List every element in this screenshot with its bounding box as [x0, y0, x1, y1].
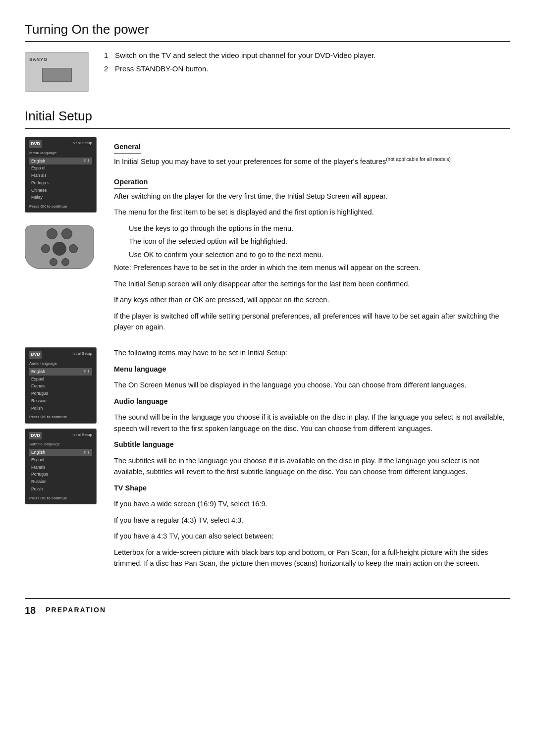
dvd-audio-footer: Press OK to continue [29, 414, 92, 420]
tv-shape-label: TV Shape [114, 483, 510, 493]
dvd-menu-title: Initial Setup [71, 140, 92, 148]
remote-btn-left [41, 244, 50, 253]
remote-btn-bot-left [50, 258, 57, 266]
operation-note-3: If any keys other than or OK are pressed… [114, 294, 510, 305]
dvd-subtitle-screen: DVD Initial Setup Subtitle language Engl… [25, 429, 97, 504]
dvd-subtitle-footer: Press OK to continue [29, 495, 92, 501]
tv-shape-also: If you have a 4:3 TV, you can also selec… [114, 531, 510, 541]
two-dvd-screens: DVD Initial Setup Audio language English… [25, 347, 99, 574]
operation-section: Operation After switching on the player … [114, 172, 510, 332]
remote-control-area [25, 225, 99, 269]
dvd-audio-label: Audio language [29, 361, 92, 367]
dvd-subtitle-list: English ⬆⬇ Espaol Franais Portugus Russi… [29, 449, 92, 493]
device-screen [42, 68, 72, 82]
dvd-subtitle-item-francais: Franais [29, 464, 92, 471]
items-list-intro: The following items may have to be set i… [114, 347, 510, 358]
dvd-subtitle-item-polish: Polish [29, 486, 92, 493]
dvd-menu-item-english: English ⬆⬇ [29, 158, 92, 165]
dvd-menu-item-espanol: Espa ol [29, 164, 92, 172]
operation-note-2: The Initial Setup screen will only disap… [114, 278, 510, 289]
dvd-audio-item-polish: Polish [29, 405, 92, 412]
device-image: SANYO [25, 52, 89, 92]
general-sub-heading: General [114, 142, 141, 154]
menu-arrow: ⬆⬇ [83, 158, 90, 164]
remote-btn-top-right [61, 228, 72, 239]
page-footer: 18 PREPARATION [25, 598, 510, 618]
dvd-menu-item-francais: Fran ais [29, 172, 92, 179]
dvd-audio-item-francais: Franais [29, 382, 92, 390]
subtitle-language-label: Subtitle language [114, 439, 510, 450]
dvd-menu-item-portugues: Portugu s [29, 179, 92, 187]
dvd-menu-header: DVD Initial Setup [29, 140, 92, 148]
dvd-menu-list: English ⬆⬇ Espa ol Fran ais Portugu s Ch… [29, 158, 92, 202]
page-number: 18 [25, 603, 36, 618]
general-text: In Initial Setup you may have to set you… [114, 156, 510, 167]
dvd-subtitle-title: Initial Setup [71, 432, 92, 440]
dvd-subtitle-item-russian: Russian [29, 478, 92, 486]
operation-para-3: The icon of the selected option will be … [114, 236, 510, 247]
menu-language-label: Menu language [114, 364, 510, 375]
right-column: General In Initial Setup you may have to… [114, 137, 510, 337]
operation-para-2: Use the keys to go through the options i… [114, 223, 510, 234]
dvd-menu-screen: DVD Initial Setup Menu language English … [25, 137, 97, 213]
operation-para-4: Use OK to confirm your selection and to … [114, 249, 510, 260]
operation-sub-heading: Operation [114, 177, 148, 189]
subtitle-arrow: ⬆⬇ [83, 450, 90, 456]
remote-btn-top-left [47, 228, 57, 239]
tv-shape-169: If you have a wide screen (16:9) TV, sel… [114, 498, 510, 509]
dvd-audio-item-espanol: Espaol [29, 376, 92, 383]
remote-buttons [41, 228, 78, 266]
dvd-subtitle-header: DVD Initial Setup [29, 432, 92, 440]
initial-setup-heading: Initial Setup [25, 107, 510, 129]
tv-shape-letterbox: Letterbox for a wide-screen picture with… [114, 547, 510, 569]
tv-shape-43: If you have a regular (4:3) TV, select 4… [114, 515, 510, 526]
remote-btn-ok [53, 242, 66, 256]
dvd-audio-screen: DVD Initial Setup Audio language English… [25, 347, 97, 423]
dvd-menu-item-malay: Malay [29, 194, 92, 201]
dvd-screens-and-text: DVD Initial Setup Audio language English… [25, 347, 510, 574]
dvd-audio-header: DVD Initial Setup [29, 351, 92, 359]
dvd-subtitle-logo: DVD [29, 432, 42, 440]
dvd-logo: DVD [29, 140, 42, 148]
left-column: DVD Initial Setup Menu language English … [25, 137, 99, 337]
dvd-subtitle-label: Subtitle language [29, 441, 92, 447]
menu-language-desc: The On Screen Menus will be displayed in… [114, 379, 510, 390]
dvd-audio-item-portugues: Portugus [29, 390, 92, 397]
section-turning-on: Turning On the power SANYO 1 Switch on t… [25, 20, 510, 92]
dvd-subtitle-item-portugues: Portugus [29, 471, 92, 478]
operation-para-0: After switching on the player for the ve… [114, 191, 510, 202]
general-section: General In Initial Setup you may have to… [114, 137, 510, 167]
device-label-text: SANYO [29, 56, 48, 63]
remote-control-image [25, 225, 94, 269]
dvd-audio-title: Initial Setup [71, 351, 92, 359]
turning-heading: Turning On the power [25, 20, 510, 42]
remote-btn-right [69, 244, 78, 253]
audio-language-desc: The sound will be in the language you ch… [114, 412, 510, 434]
remote-mid-row [41, 242, 78, 256]
turning-text: 1 Switch on the TV and select the video … [104, 50, 510, 92]
turning-content: SANYO 1 Switch on the TV and select the … [25, 50, 510, 92]
steps-list: 1 Switch on the TV and select the video … [104, 50, 510, 74]
audio-language-label: Audio language [114, 396, 510, 407]
dvd-menu-footer: Press OK to continue [29, 204, 92, 209]
step-2: 2 Press STANDBY-ON button. [104, 63, 510, 75]
remote-top-buttons [47, 228, 72, 239]
operation-note-4: If the player is switched off while sett… [114, 311, 510, 333]
section-label: PREPARATION [46, 605, 106, 615]
subtitle-language-desc: The subtitles will be in the language yo… [114, 455, 510, 478]
dvd-audio-item-russian: Russian [29, 397, 92, 405]
audio-arrow: ⬆⬇ [83, 369, 90, 375]
dvd-audio-list: English ⬆⬇ Espaol Franais Portugus Russi… [29, 368, 92, 412]
page-layout: Turning On the power SANYO 1 Switch on t… [25, 20, 510, 618]
operation-para-1: The menu for the first item to be set is… [114, 207, 510, 217]
dvd-menu-label: Menu language [29, 150, 92, 156]
dvd-audio-logo: DVD [29, 351, 42, 359]
operation-note-1: Note: Preferences have to be set in the … [114, 262, 510, 273]
section-initial-setup: Initial Setup DVD Initial Setup Menu lan… [25, 107, 510, 574]
dvd-audio-item-english: English ⬆⬇ [29, 368, 92, 376]
general-operation-layout: DVD Initial Setup Menu language English … [25, 137, 510, 337]
dvd-subtitle-item-english: English ⬆⬇ [29, 449, 92, 456]
dvd-subtitle-item-espanol: Espaol [29, 456, 92, 464]
step-1: 1 Switch on the TV and select the video … [104, 50, 510, 61]
dvd-menu-item-chinese: Chinese [29, 187, 92, 194]
